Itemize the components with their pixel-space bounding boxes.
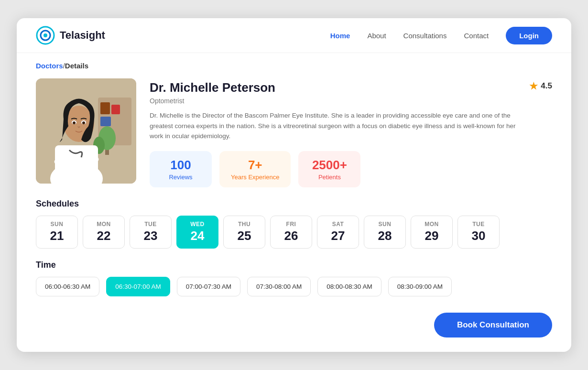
day-name: MON xyxy=(419,221,445,228)
day-card-7[interactable]: SUN28 xyxy=(364,216,406,249)
doctor-rating: ★ 4.5 xyxy=(529,80,552,92)
doctor-name-row: Dr. Michelle Peterson Optometrist ★ 4.5 xyxy=(150,80,552,110)
day-name: SUN xyxy=(372,221,398,228)
time-slot-0[interactable]: 06:00-06:30 AM xyxy=(36,277,99,296)
day-number: 21 xyxy=(44,229,70,243)
breadcrumb: Doctors/Details xyxy=(17,53,571,74)
stat-experience-label: Years Experience xyxy=(231,174,279,181)
svg-point-20 xyxy=(82,121,85,124)
stat-reviews-label: Reviews xyxy=(161,174,200,181)
days-row: SUN21MON22TUE23WED24THU25FRI26SAT27SUN28… xyxy=(36,216,552,249)
day-number: 22 xyxy=(91,229,117,243)
time-section: Time 06:00-06:30 AM06:30-07:00 AM07:00-0… xyxy=(36,260,552,296)
time-slot-1[interactable]: 06:30-07:00 AM xyxy=(106,277,170,296)
day-name: TUE xyxy=(466,221,491,228)
day-name: FRI xyxy=(278,221,304,228)
nav-contact[interactable]: Contact xyxy=(464,32,489,40)
day-card-6[interactable]: SAT27 xyxy=(317,216,359,249)
doctor-illustration xyxy=(36,78,136,184)
day-card-4[interactable]: THU25 xyxy=(223,216,265,249)
stat-experience: 7+ Years Experience xyxy=(219,151,291,187)
main-content: Dr. Michelle Peterson Optometrist ★ 4.5 … xyxy=(17,74,571,352)
day-number: 24 xyxy=(185,229,210,243)
day-card-2[interactable]: TUE23 xyxy=(130,216,172,249)
day-number: 29 xyxy=(419,229,445,243)
day-number: 28 xyxy=(372,229,398,243)
book-consultation-button[interactable]: Book Consultation xyxy=(434,313,552,337)
day-name: TUE xyxy=(138,221,163,228)
time-slot-4[interactable]: 08:00-08:30 AM xyxy=(317,277,381,296)
svg-point-2 xyxy=(44,33,47,37)
svg-rect-5 xyxy=(100,102,110,114)
time-slots-row: 06:00-06:30 AM06:30-07:00 AM07:00-07:30 … xyxy=(36,277,552,296)
time-slot-5[interactable]: 08:30-09:00 AM xyxy=(388,277,452,296)
svg-rect-7 xyxy=(100,117,111,126)
day-number: 27 xyxy=(325,229,351,243)
doctor-specialty: Optometrist xyxy=(150,97,275,105)
day-card-1[interactable]: MON22 xyxy=(83,216,125,249)
header: Telasight Home About Consultations Conta… xyxy=(17,18,571,53)
day-name: SAT xyxy=(325,221,351,228)
doctor-name-specialty: Dr. Michelle Peterson Optometrist xyxy=(150,80,275,110)
nav: Home About Consultations Contact Login xyxy=(330,27,552,44)
time-slot-2[interactable]: 07:00-07:30 AM xyxy=(177,277,240,296)
stat-patients-label: Petients xyxy=(310,174,349,181)
day-card-8[interactable]: MON29 xyxy=(411,216,453,249)
stats-row: 100 Reviews 7+ Years Experience 2500+ Pe… xyxy=(150,151,552,187)
stat-reviews: 100 Reviews xyxy=(150,151,212,187)
app-window: Telasight Home About Consultations Conta… xyxy=(17,18,571,352)
doctor-profile: Dr. Michelle Peterson Optometrist ★ 4.5 … xyxy=(36,78,552,187)
day-name: MON xyxy=(91,221,117,228)
stat-reviews-value: 100 xyxy=(161,158,200,173)
rating-value: 4.5 xyxy=(541,81,552,91)
doctor-photo xyxy=(36,78,136,184)
time-title: Time xyxy=(36,260,552,270)
stat-experience-value: 7+ xyxy=(231,158,279,173)
stat-patients: 2500+ Petients xyxy=(298,151,360,187)
time-slot-3[interactable]: 07:30-08:00 AM xyxy=(247,277,311,296)
day-name: THU xyxy=(231,221,257,228)
schedules-title: Schedules xyxy=(36,199,552,209)
svg-point-19 xyxy=(73,121,76,124)
doctor-bio: Dr. Michelle is the Director of the Basc… xyxy=(150,110,523,141)
nav-consultations[interactable]: Consultations xyxy=(403,32,447,40)
nav-about[interactable]: About xyxy=(367,32,386,40)
logo-icon xyxy=(36,26,55,45)
day-card-5[interactable]: FRI26 xyxy=(270,216,312,249)
schedules-section: Schedules SUN21MON22TUE23WED24THU25FRI26… xyxy=(36,199,552,249)
day-card-9[interactable]: TUE30 xyxy=(457,216,500,249)
doctor-info: Dr. Michelle Peterson Optometrist ★ 4.5 … xyxy=(150,78,552,187)
login-button[interactable]: Login xyxy=(506,27,552,44)
breadcrumb-doctors[interactable]: Doctors xyxy=(36,62,63,70)
day-card-3[interactable]: WED24 xyxy=(176,216,218,249)
book-row: Book Consultation xyxy=(36,308,552,337)
logo-text: Telasight xyxy=(60,29,105,42)
star-icon: ★ xyxy=(529,80,538,92)
stat-patients-value: 2500+ xyxy=(310,158,349,173)
doctor-name: Dr. Michelle Peterson xyxy=(150,80,275,95)
day-number: 30 xyxy=(466,229,491,243)
day-number: 23 xyxy=(138,229,163,243)
day-number: 25 xyxy=(231,229,257,243)
breadcrumb-current: Details xyxy=(65,62,88,70)
day-number: 26 xyxy=(278,229,304,243)
logo: Telasight xyxy=(36,26,105,45)
day-name: WED xyxy=(185,221,210,228)
nav-home[interactable]: Home xyxy=(330,32,350,40)
day-name: SUN xyxy=(44,221,70,228)
day-card-0[interactable]: SUN21 xyxy=(36,216,78,249)
svg-rect-6 xyxy=(111,105,120,114)
